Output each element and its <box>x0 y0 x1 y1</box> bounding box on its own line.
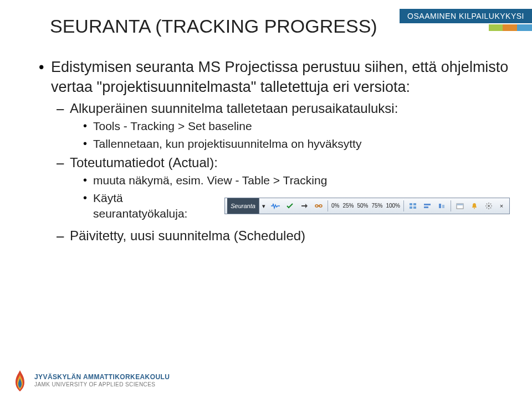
svg-line-22 <box>490 208 491 208</box>
toolbar-dropdown-icon[interactable]: ▾ <box>260 199 268 213</box>
gear-icon[interactable] <box>482 199 495 213</box>
sub-item-label: Päivitetty, uusi suunnitelma (Scheduled) <box>70 228 305 243</box>
sub-sub-item: Käytä seurantatyökaluja: Seuranta ▾ <box>70 190 510 222</box>
svg-line-21 <box>487 204 487 204</box>
pct-25-button[interactable]: 25% <box>341 200 355 212</box>
sub-item: Toteutumatiedot (Actual): muuta näkymä, … <box>51 154 510 221</box>
sub-sub-item-label: Käytä seurantatyökaluja: <box>93 190 220 222</box>
svg-rect-8 <box>413 206 416 209</box>
pct-100-button[interactable]: 100% <box>384 200 402 212</box>
sub-item: Alkuperäinen suunnitelma talletetaan per… <box>51 100 510 152</box>
slide-title: SEURANTA (TRACKING PROGRESS) <box>50 15 510 37</box>
svg-rect-6 <box>413 203 416 205</box>
sub-list: Alkuperäinen suunnitelma talletetaan per… <box>51 100 510 245</box>
svg-point-16 <box>488 205 490 207</box>
footer-logo-block: JYVÄSKYLÄN AMMATTIKORKEAKOULU JAMK UNIVE… <box>12 369 170 392</box>
svg-rect-11 <box>439 204 441 208</box>
slide-content: SEURANTA (TRACKING PROGRESS) Edistymisen… <box>39 15 510 247</box>
svg-marker-1 <box>305 204 308 208</box>
logo-text: JYVÄSKYLÄN AMMATTIKORKEAKOULU JAMK UNIVE… <box>34 374 170 387</box>
right-arrow-icon[interactable] <box>298 199 311 213</box>
svg-rect-12 <box>442 205 444 208</box>
ecg-icon[interactable] <box>269 199 282 213</box>
sub-sub-item: muuta näkymä, esim. View - Table > Track… <box>70 173 510 188</box>
link-icon[interactable] <box>312 199 325 213</box>
toolbar-separator <box>328 200 328 211</box>
toolbar-separator <box>403 200 404 211</box>
bullet-list: Edistymisen seuranta MS Projectissa peru… <box>39 57 510 245</box>
logo-line-en: JAMK UNIVERSITY OF APPLIED SCIENCES <box>34 381 170 388</box>
svg-rect-10 <box>424 206 428 208</box>
bullet-item: Edistymisen seuranta MS Projectissa peru… <box>39 57 510 245</box>
sub-sub-item: Tools - Tracking > Set baseline <box>70 118 510 134</box>
bullet-text: Edistymisen seuranta MS Projectissa peru… <box>51 59 508 95</box>
sub-item: Päivitetty, uusi suunnitelma (Scheduled) <box>51 227 510 245</box>
sub-item-label: Alkuperäinen suunnitelma talletetaan per… <box>70 101 398 116</box>
svg-rect-5 <box>410 203 412 205</box>
svg-rect-7 <box>410 206 412 209</box>
flame-icon <box>12 369 28 392</box>
svg-point-15 <box>474 208 475 209</box>
close-icon[interactable]: × <box>496 202 507 210</box>
svg-rect-14 <box>457 204 463 205</box>
bar-icon[interactable] <box>421 199 434 213</box>
tracking-toolbar: Seuranta ▾ <box>224 198 510 214</box>
calendar-icon[interactable] <box>453 199 467 213</box>
svg-line-23 <box>487 208 487 208</box>
grid-icon[interactable] <box>406 199 420 213</box>
stack-icon[interactable] <box>435 199 448 213</box>
toolbar-title: Seuranta <box>227 198 259 214</box>
pct-50-button[interactable]: 50% <box>355 200 370 212</box>
toolbar-separator <box>451 200 451 211</box>
bell-icon[interactable] <box>468 199 481 213</box>
sub-sub-item: Tallennetaan, kun projektisuunnitelma on… <box>70 136 510 152</box>
sub-item-label: Toteutumatiedot (Actual): <box>70 155 218 170</box>
logo-line-fi: JYVÄSKYLÄN AMMATTIKORKEAKOULU <box>34 374 170 381</box>
svg-rect-9 <box>424 204 431 205</box>
check-icon[interactable] <box>283 199 296 213</box>
sub-sub-list: muuta näkymä, esim. View - Table > Track… <box>70 173 510 221</box>
svg-line-24 <box>490 204 491 204</box>
pct-0-button[interactable]: 0% <box>330 200 341 212</box>
sub-sub-list: Tools - Tracking > Set baseline Tallenne… <box>70 118 510 152</box>
pct-75-button[interactable]: 75% <box>370 200 384 212</box>
